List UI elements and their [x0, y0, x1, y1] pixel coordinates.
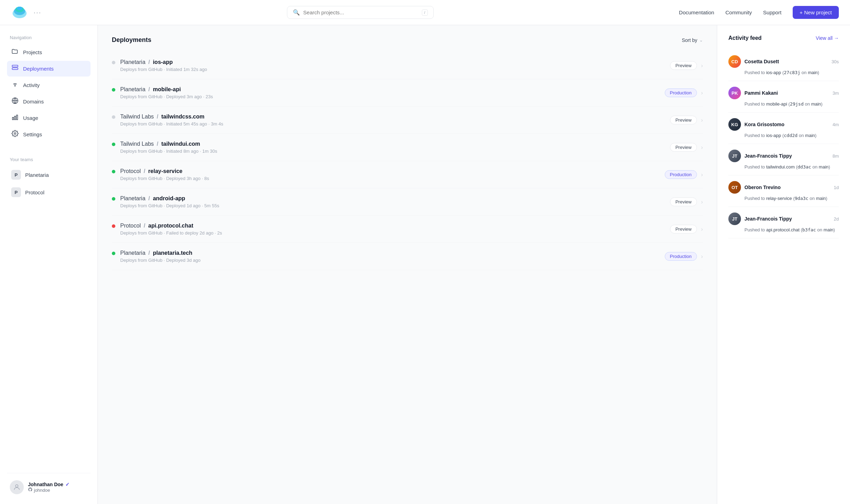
deployment-item: Protocol / relay-service Deploys from Gi… — [112, 161, 703, 188]
svg-point-3 — [17, 7, 22, 10]
sidebar-item-activity[interactable]: Activity — [7, 77, 91, 93]
activity-avatar: JT — [728, 213, 741, 225]
deployment-left: Planetaria / ios-app Deploys from GitHub… — [112, 59, 670, 72]
activity-desc: Pushed to api.protocol.chat (b3fac on ma… — [728, 227, 839, 232]
svg-point-8 — [15, 86, 15, 86]
activity-user-name: Jean-Francois Tippy — [744, 216, 830, 222]
chevron-right-icon[interactable]: › — [701, 144, 703, 151]
deployments-title: Deployments — [112, 36, 151, 44]
activity-user-name: Jean-Francois Tippy — [744, 153, 829, 159]
nav-support[interactable]: Support — [763, 9, 781, 15]
status-dot — [112, 61, 115, 64]
team-protocol[interactable]: P Protocol — [7, 184, 91, 201]
view-all-link[interactable]: View all → — [816, 35, 839, 41]
chevron-right-icon[interactable]: › — [701, 117, 703, 123]
globe-icon — [11, 97, 19, 106]
search-icon: 🔍 — [293, 9, 300, 16]
team-protocol-avatar: P — [11, 187, 21, 197]
chevron-right-icon[interactable]: › — [701, 63, 703, 69]
nav-community[interactable]: Community — [725, 9, 752, 15]
svg-rect-10 — [13, 117, 14, 120]
sidebar-item-settings[interactable]: Settings — [7, 127, 91, 142]
deployment-item: Tailwind Labs / tailwindcss.com Deploys … — [112, 107, 703, 134]
activity-title: Activity feed — [728, 35, 762, 41]
sidebar-item-deployments[interactable]: Deployments — [7, 61, 91, 77]
svg-rect-12 — [16, 115, 17, 120]
deployment-badge: Preview — [670, 197, 697, 206]
team-planetaria[interactable]: P Planetaria — [7, 166, 91, 183]
chevron-right-icon[interactable]: › — [701, 90, 703, 96]
deployment-left: Planetaria / android-app Deploys from Gi… — [112, 195, 670, 208]
deployment-item: Planetaria / android-app Deploys from Gi… — [112, 188, 703, 216]
logo[interactable] — [11, 3, 28, 22]
new-project-button[interactable]: + New project — [793, 6, 839, 19]
sidebar-item-projects[interactable]: Projects — [7, 44, 91, 60]
deployment-item: Planetaria / planetaria.tech Deploys fro… — [112, 243, 703, 270]
user-avatar — [10, 480, 24, 494]
deployments-list: Planetaria / ios-app Deploys from GitHub… — [112, 52, 703, 270]
sidebar: Navigation Projects Deployments Activity… — [0, 25, 98, 504]
activity-user-name: Oberon Trevino — [744, 185, 830, 190]
teams-label: Your teams — [7, 157, 91, 162]
deployment-name: Planetaria / android-app — [120, 195, 219, 202]
activity-desc: Pushed to mobile-api (29jsd on main) — [728, 101, 839, 107]
activity-time: 1d — [834, 185, 839, 190]
deployment-meta: Deploys from GitHub · Deployed 3h ago · … — [120, 176, 209, 181]
status-dot — [112, 143, 115, 146]
chevron-down-icon: ⌄ — [699, 38, 703, 43]
main-layout: Navigation Projects Deployments Activity… — [0, 25, 850, 504]
nav-label: Navigation — [7, 35, 91, 40]
deployment-name: Tailwind Labs / tailwindcss.com — [120, 114, 223, 120]
search-bar[interactable]: 🔍 / — [287, 6, 434, 19]
user-name: Johnathan Doe ✓ — [28, 482, 91, 487]
chevron-right-icon[interactable]: › — [701, 253, 703, 260]
chevron-right-icon[interactable]: › — [701, 226, 703, 232]
deployment-right: Preview › — [670, 197, 703, 206]
deployment-right: Production › — [665, 170, 703, 179]
deployment-info: Planetaria / mobile-api Deploys from Git… — [120, 86, 213, 99]
activity-avatar: KG — [728, 118, 741, 131]
deployment-right: Preview › — [670, 116, 703, 124]
team-planetaria-avatar: P — [11, 170, 21, 180]
activity-desc: Pushed to ios-app (cdd2d on main) — [728, 133, 839, 138]
svg-rect-4 — [12, 65, 18, 67]
deployment-item: Planetaria / ios-app Deploys from GitHub… — [112, 52, 703, 79]
content-area: Deployments Sort by ⌄ Planetaria / ios-a… — [98, 25, 850, 504]
activity-avatar: PK — [728, 87, 741, 99]
activity-item: JT Jean-Francois Tippy 2d Pushed to api.… — [728, 207, 839, 238]
nav-documentation[interactable]: Documentation — [679, 9, 714, 15]
sidebar-item-domains[interactable]: Domains — [7, 94, 91, 109]
wifi-icon — [11, 81, 19, 89]
activity-avatar: CD — [728, 55, 741, 68]
deployment-name: Tailwind Labs / tailwindui.com — [120, 141, 217, 147]
deployment-info: Planetaria / ios-app Deploys from GitHub… — [120, 59, 207, 72]
folder-icon — [11, 48, 19, 57]
deployment-right: Preview › — [670, 143, 703, 152]
menu-dots[interactable]: ··· — [34, 8, 42, 16]
chevron-right-icon[interactable]: › — [701, 199, 703, 205]
sidebar-item-usage[interactable]: Usage — [7, 110, 91, 126]
deployment-name: Protocol / relay-service — [120, 168, 209, 174]
svg-point-14 — [15, 485, 18, 487]
status-dot — [112, 252, 115, 255]
deployment-right: Preview › — [670, 225, 703, 233]
status-dot — [112, 170, 115, 173]
deployment-left: Protocol / relay-service Deploys from Gi… — [112, 168, 665, 181]
activity-desc: Pushed to ios-app (27c83j on main) — [728, 70, 839, 75]
activity-item: JT Jean-Francois Tippy 8m Pushed to tail… — [728, 144, 839, 175]
deployment-badge: Preview — [670, 116, 697, 124]
gear-icon — [11, 130, 19, 139]
activity-top: CD Cosetta Dusett 30s — [728, 55, 839, 68]
sort-by-button[interactable]: Sort by ⌄ — [682, 37, 703, 43]
topbar-left: ··· — [11, 3, 42, 22]
activity-top: KG Kora Grisostomo 4m — [728, 118, 839, 131]
deployment-meta: Deploys from GitHub · Deployed 3d ago — [120, 258, 201, 263]
deployment-meta: Deploys from GitHub · Deployed 3m ago · … — [120, 94, 213, 99]
server-icon — [11, 64, 19, 73]
deployment-info: Tailwind Labs / tailwindcss.com Deploys … — [120, 114, 223, 127]
deployments-panel: Deployments Sort by ⌄ Planetaria / ios-a… — [98, 25, 717, 504]
chevron-right-icon[interactable]: › — [701, 172, 703, 178]
deployment-info: Protocol / relay-service Deploys from Gi… — [120, 168, 209, 181]
svg-point-13 — [14, 133, 16, 135]
search-input[interactable] — [303, 9, 418, 15]
